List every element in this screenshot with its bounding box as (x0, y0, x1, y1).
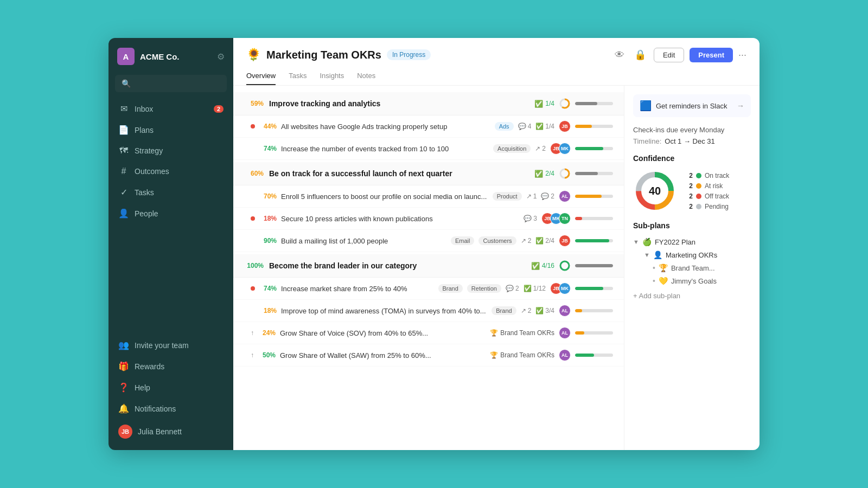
search-bar[interactable]: 🔍 (115, 75, 227, 92)
chevron-down-icon: ▼ (633, 239, 639, 245)
header-actions: 👁 🔒 Edit Present ··· (612, 47, 746, 63)
present-button[interactable]: Present (690, 48, 733, 62)
okr-parent-row[interactable]: 59% Improve tracking and analytics ✅ 1/4 (233, 92, 624, 115)
okr-child-pct: 74% (259, 145, 277, 152)
inbox-badge: 2 (214, 105, 224, 113)
okr-parent-row[interactable]: 100% Become the brand leader in our cate… (233, 254, 624, 278)
okr-child-row[interactable]: 70% Enroll 5 influencers to boost our pr… (233, 185, 624, 208)
edit-button[interactable]: Edit (654, 48, 684, 62)
sidebar-item-rewards[interactable]: 🎁 Rewards (113, 356, 229, 376)
legend-count: 2 (685, 182, 693, 190)
tag: Ads (495, 122, 514, 131)
sidebar-item-notifications[interactable]: 🔔 Notifications (113, 399, 229, 419)
okr-list: 59% Improve tracking and analytics ✅ 1/4 (233, 86, 624, 450)
sidebar-item-tasks[interactable]: ✓ Tasks (113, 182, 229, 202)
checkin-section: Check-ins due every Monday Timeline: Oct… (633, 126, 751, 145)
okr-child-row[interactable]: 44% All websites have Google Ads trackin… (233, 115, 624, 138)
avatar: MK (559, 282, 571, 294)
progress-bar (575, 217, 613, 220)
okr-child-title: Build a mailing list of 1,000 people (281, 237, 446, 245)
avatar-stack: JB (559, 235, 571, 247)
sub-link[interactable]: 🏆 Brand Team OKRs (490, 329, 554, 337)
company-logo: A (117, 48, 135, 65)
tab-overview[interactable]: Overview (246, 67, 276, 85)
sidebar-item-plans[interactable]: 📄 Plans (113, 120, 229, 140)
okr-child-row[interactable]: 74% Increase market share from 25% to 40… (233, 278, 624, 300)
sidebar-item-label: Tasks (135, 188, 154, 197)
tab-tasks[interactable]: Tasks (289, 67, 307, 85)
okr-parent-row[interactable]: 60% Be on track for a successful launch … (233, 162, 624, 185)
sub-link-icon: 🏆 (490, 351, 498, 359)
up-icon: ↑ (251, 351, 254, 359)
okr-child-row[interactable]: 18% Secure 10 press articles with known … (233, 208, 624, 230)
avatar-stack: JB (559, 120, 571, 132)
slack-banner[interactable]: 🟦 Get reminders in Slack → (633, 94, 751, 117)
comment-icon: 💬 (524, 215, 532, 222)
sidebar-item-label: Rewards (135, 362, 164, 371)
avatar: TN (559, 213, 571, 224)
sidebar-item-inbox[interactable]: ✉ Inbox 2 (113, 99, 229, 119)
okr-parent-title: Improve tracking and analytics (269, 99, 529, 108)
sub-plan-fy2022[interactable]: ▼ 🍏 FY2022 Plan (633, 235, 751, 248)
comments-meta: 💬 4 (518, 123, 532, 130)
okr-child-pct: 18% (259, 215, 277, 222)
okr-child-row[interactable]: ↑ 50% Grow Share of Wallet (SAW) from 25… (233, 344, 624, 367)
tag: Retention (467, 284, 501, 293)
check-icon: ✅ (531, 262, 540, 270)
okr-child-row[interactable]: 18% Improve top of mind awareness (TOMA)… (233, 300, 624, 322)
slack-text: Get reminders in Slack (656, 102, 732, 110)
sub-plans-title: Sub-plans (633, 221, 751, 230)
progress-bar (575, 239, 613, 242)
tab-insights[interactable]: Insights (320, 67, 344, 85)
okr-child-row[interactable]: 74% Increase the number of events tracke… (233, 138, 624, 160)
lock-icon[interactable]: 🔒 (632, 47, 648, 63)
check-count: 2/4 (545, 170, 554, 177)
sidebar-item-label: Help (135, 383, 150, 392)
tab-notes[interactable]: Notes (357, 67, 375, 85)
jimmys-goals-icon: 💛 (659, 277, 668, 285)
strategy-icon: 🗺 (118, 146, 129, 156)
sub-link[interactable]: 🏆 Brand Team OKRs (490, 351, 554, 359)
sub-plan-brand-team[interactable]: 🏆 Brand Team... (633, 261, 751, 274)
okr-child-title: Increase the number of events tracked fr… (281, 145, 489, 153)
sidebar-item-label: Inbox (135, 105, 153, 113)
invite-icon: 👥 (118, 340, 129, 350)
avatar-stack: JB MK TN (541, 213, 571, 224)
okr-child-title: All websites have Google Ads tracking pr… (281, 123, 490, 131)
confidence-donut: 40 (633, 169, 676, 213)
link-meta: ↗ 2 (521, 237, 532, 245)
settings-icon[interactable]: ⚙ (217, 52, 225, 62)
legend-label-atrisk: At risk (705, 182, 723, 190)
link-count: 1 (533, 192, 537, 200)
okr-child-title: Grow Share of Wallet (SAW) from 25% to 6… (280, 351, 486, 359)
legend-dot-pending (696, 204, 701, 209)
avatar-stack: JB MK (550, 282, 571, 294)
progress-bar (575, 172, 613, 175)
okr-child-row[interactable]: 90% Build a mailing list of 1,000 people… (233, 230, 624, 252)
okr-child-row[interactable]: ↑ 24% Grow Share of Voice (SOV) from 40%… (233, 322, 624, 344)
sidebar-item-outcomes[interactable]: # Outcomes (113, 162, 229, 181)
sub-plan-jimmy-goals[interactable]: 💛 Jimmy's Goals (633, 274, 751, 287)
check-count: 1/4 (545, 100, 554, 107)
link-count: 2 (528, 237, 532, 245)
sidebar-item-invite[interactable]: 👥 Invite your team (113, 335, 229, 355)
sidebar-item-people[interactable]: 👤 People (113, 203, 229, 223)
confidence-section: Confidence 40 (633, 154, 751, 213)
checkin-info: Check-ins due every Monday (633, 126, 751, 134)
inbox-icon: ✉ (118, 104, 129, 114)
donut-chart-small (559, 168, 571, 179)
user-profile[interactable]: JB Julia Bennett (113, 420, 229, 444)
add-sub-plan-button[interactable]: + Add sub-plan (633, 287, 751, 300)
progress-bar (575, 195, 613, 198)
sidebar-item-strategy[interactable]: 🗺 Strategy (113, 141, 229, 160)
avatar-stack: AL (559, 349, 571, 361)
main-content: 🌻 Marketing Team OKRs In Progress 👁 🔒 Ed… (233, 38, 760, 450)
sidebar-item-help[interactable]: ❓ Help (113, 377, 229, 397)
view-icon[interactable]: 👁 (612, 47, 627, 63)
okr-meta: ✅ 2/4 (534, 168, 613, 179)
more-options-icon[interactable]: ··· (738, 49, 746, 61)
okr-check: ✅ 4/16 (531, 262, 554, 270)
check-icon: ✅ (534, 170, 543, 178)
sub-plan-marketing-okrs[interactable]: ▼ 👤 Marketing OKRs (633, 248, 751, 261)
sidebar-header: A ACME Co. ⚙ (108, 38, 233, 75)
